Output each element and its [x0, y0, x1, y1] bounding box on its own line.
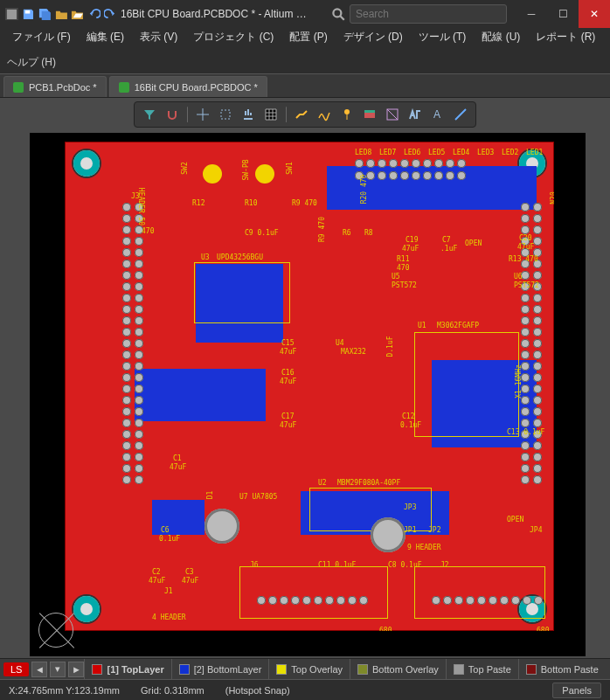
crosshair-icon[interactable] [193, 105, 212, 124]
workspace: A [0, 98, 610, 679]
pad-round-large [371, 517, 406, 552]
swatch [179, 664, 190, 675]
silk-label: OPEN [507, 516, 523, 523]
menu-file[interactable]: ファイル (F) [7, 28, 76, 46]
silk-label: U5 [392, 273, 400, 281]
search-box[interactable] [350, 4, 507, 24]
svg-rect-3 [221, 110, 230, 119]
tab-16bit-cpu[interactable]: 16Bit CPU Board.PCBDOC * [109, 76, 267, 97]
silk-label: UPD43256BGU [217, 253, 263, 261]
route-multi-icon[interactable] [315, 105, 334, 124]
layer-bottom[interactable]: [2] BottomLayer [171, 659, 269, 679]
search-input[interactable] [356, 8, 501, 20]
silk-label: C1 [173, 454, 182, 462]
active-bar: A [134, 101, 476, 128]
menu-report[interactable]: レポート (R) [530, 28, 600, 46]
conn-j6 [239, 566, 388, 619]
silk-label: N20 [550, 191, 554, 204]
j2-pads [432, 596, 543, 605]
drc-icon[interactable] [406, 105, 425, 124]
redo-icon[interactable] [104, 6, 117, 22]
via-icon[interactable] [337, 105, 357, 124]
layer-botpaste[interactable]: Bottom Paste [518, 659, 606, 679]
layer-next[interactable]: ► [68, 662, 84, 677]
close-button[interactable]: ✕ [579, 0, 610, 28]
select-rect-icon[interactable] [216, 105, 235, 124]
silk-label: C2 [152, 568, 161, 576]
snap-icon[interactable] [163, 105, 182, 124]
layer-topoverlay[interactable]: Top Overlay [268, 659, 350, 679]
silk-label: R8 [364, 229, 373, 237]
layer-tabs: LS ◄ ▾ ► [1] TopLayer [2] BottomLayer To… [0, 658, 610, 679]
silk-label: C8 0.1uF [388, 561, 422, 569]
menu-route[interactable]: 配線 (U) [476, 28, 525, 46]
silk-label: C11 0.1uF [318, 561, 356, 569]
menu-design[interactable]: デザイン (D) [338, 28, 408, 46]
dimension-label: 680 [379, 627, 392, 631]
route-icon[interactable] [292, 105, 311, 124]
silk-label: J1 [164, 587, 173, 595]
silk-label: PST572 [514, 281, 539, 289]
undo-icon[interactable] [87, 6, 101, 22]
line-icon[interactable] [451, 105, 470, 124]
silk-label: LED1 [526, 149, 543, 156]
statusbar: X:24.765mm Y:123.19mm Grid: 0.318mm (Hot… [0, 679, 610, 700]
menubar: ファイル (F) 編集 (E) 表示 (V) プロジェクト (C) 配置 (P)… [0, 28, 610, 51]
silk-label: X1 16MHz [515, 364, 523, 399]
layerset-button[interactable]: LS [3, 662, 29, 676]
menu-project[interactable]: プロジェクト (C) [188, 28, 279, 46]
saveall-icon[interactable] [38, 6, 52, 22]
silk-label: U2 [318, 479, 327, 487]
silk-label: C6 [161, 526, 170, 534]
silk-label: JP2 [428, 526, 440, 534]
silk-label: MBM29F080A-40PF [337, 479, 400, 487]
silk-label: R9 470 [318, 217, 326, 242]
silk-label: U4 [336, 339, 344, 347]
silk-label: R11 [397, 255, 409, 263]
layer-top[interactable]: [1] TopLayer [84, 659, 170, 679]
silk-label: SW-PB [242, 159, 250, 180]
silk-label: C20 [519, 234, 531, 242]
silk-label: R20 470 [360, 175, 368, 204]
layer-prev[interactable]: ◄ [31, 662, 47, 677]
menu-place[interactable]: 配置 (P) [284, 28, 332, 46]
menu-view[interactable]: 表示 (V) [135, 28, 183, 46]
silk-label: LED6 [404, 149, 420, 156]
open-icon[interactable] [55, 6, 68, 22]
sw1-cap [255, 164, 274, 184]
silk-label: 47uF [402, 245, 419, 253]
tab-pcb1[interactable]: PCB1.PcbDoc * [3, 76, 107, 97]
maximize-button[interactable]: ☐ [547, 0, 579, 28]
silk-label: C16 [281, 369, 294, 377]
menu-tools[interactable]: ツール (T) [413, 28, 472, 46]
route-bottom [152, 500, 204, 535]
menubar-row2: ヘルプ (H) [0, 51, 610, 73]
measure-icon[interactable] [383, 105, 402, 124]
pcb-canvas[interactable]: LED8LED7LED6LED5LED4LED3LED2LED1SW2SW1SW… [30, 133, 586, 656]
silk-label: 47uF [149, 577, 165, 585]
save-icon[interactable] [22, 6, 35, 22]
layer-toppaste[interactable]: Top Paste [446, 659, 518, 679]
mounting-hole [73, 150, 100, 177]
open-project-icon[interactable] [71, 6, 84, 22]
text-icon[interactable]: A [428, 105, 447, 124]
menu-edit[interactable]: 編集 (E) [81, 28, 129, 46]
minimize-button[interactable]: ─ [516, 0, 547, 28]
menu-help[interactable]: ヘルプ (H) [7, 55, 56, 70]
svg-rect-1 [25, 10, 31, 13]
swatch [526, 664, 537, 675]
swatch [276, 664, 287, 675]
panels-button[interactable]: Panels [552, 683, 601, 698]
layer-botoverlay[interactable]: Bottom Overlay [350, 659, 446, 679]
silk-label: C9 0.1uF [245, 229, 279, 237]
align-icon[interactable] [239, 105, 258, 124]
silk-label: R10 [245, 199, 257, 207]
silk-label: PST572 [392, 281, 417, 289]
silk-label: 47uF [517, 243, 534, 251]
grid-icon[interactable] [261, 105, 281, 124]
filter-icon[interactable] [140, 105, 159, 124]
layer-menu[interactable]: ▾ [50, 662, 66, 677]
sw2-cap [203, 164, 222, 184]
plane-icon[interactable] [360, 105, 379, 124]
pcb-board[interactable]: LED8LED7LED6LED5LED4LED3LED2LED1SW2SW1SW… [65, 142, 554, 631]
